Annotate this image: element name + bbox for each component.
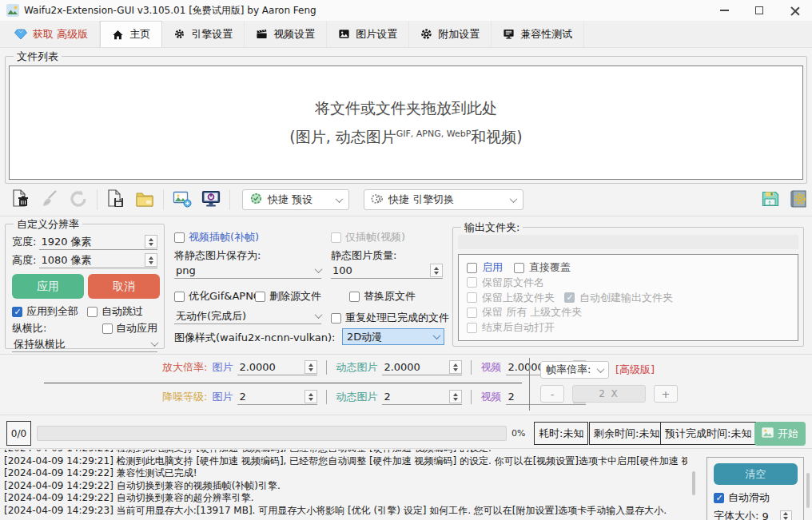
monitor-power-button[interactable] [198, 187, 224, 212]
clear-list-button[interactable] [37, 187, 62, 212]
maximize-button[interactable] [742, 0, 777, 21]
window-scrollbar[interactable] [806, 473, 810, 508]
chevron-down-icon [433, 331, 441, 339]
quick-preset-dropdown[interactable]: 快捷 预设 [242, 189, 349, 210]
spinner-arrows-icon[interactable] [780, 510, 792, 520]
scale-image-spinbox[interactable]: 2.0000 [237, 359, 317, 375]
minimize-button[interactable] [707, 0, 742, 21]
preview-image-button[interactable] [169, 187, 195, 212]
settings-book-button[interactable] [786, 187, 812, 212]
tab-label: 引擎设置 [191, 27, 233, 42]
log-line: [2024-04-09 14:29:22] 自动切换到兼容的超分辨率引擎. [4, 492, 687, 505]
output-path-field[interactable] [458, 235, 798, 249]
enable-output-label: 启用 [482, 260, 503, 275]
chevron-down-icon [510, 195, 518, 203]
replace-original-checkbox[interactable] [349, 292, 360, 302]
framerate-minus-button[interactable]: - [540, 385, 564, 403]
delete-source-checkbox[interactable] [255, 292, 265, 302]
enable-output-checkbox[interactable] [467, 263, 477, 273]
denoise-image-spinbox[interactable]: 2 [237, 389, 317, 405]
remove-file-button[interactable] [8, 187, 34, 212]
tab-engine-settings[interactable]: 引擎设置 [162, 21, 245, 47]
monitor-power-icon [201, 189, 221, 212]
tab-home[interactable]: 主页 [100, 21, 162, 47]
keep-filename-checkbox[interactable] [467, 277, 477, 288]
reprocess-finished-checkbox[interactable] [331, 313, 341, 324]
save-file-list-button[interactable] [103, 187, 129, 212]
tab-get-premium[interactable]: 获取 高级版 [3, 21, 100, 47]
auto-apply-checkbox[interactable] [102, 324, 113, 334]
auto-skip-checkbox[interactable] [87, 307, 98, 317]
toolbar-separator [97, 189, 98, 210]
spinner-arrows-icon[interactable] [430, 264, 443, 277]
save-settings-button[interactable] [758, 187, 783, 212]
image-style-dropdown[interactable]: 2D动漫 [342, 328, 444, 345]
aspect-mode-dropdown[interactable]: 保持纵横比 [12, 336, 157, 352]
scale-gif-spinbox[interactable]: 2.0000 [382, 359, 462, 375]
keep-all-parents-checkbox[interactable] [467, 308, 477, 318]
cancel-resolution-button[interactable]: 取消 [88, 274, 160, 299]
apply-to-all-checkbox[interactable] [12, 307, 22, 317]
apply-resolution-button[interactable]: 应用 [12, 274, 84, 299]
video-interpolation-checkbox[interactable] [174, 232, 185, 243]
quick-engine-switch-dropdown[interactable]: 快捷 引擎切换 [364, 189, 523, 210]
log-scrollbar[interactable] [692, 471, 695, 495]
divider [326, 390, 327, 404]
drop-hint-line2: (图片, 动态图片GIF, APNG, WebP和视频) [289, 127, 523, 148]
spinner-arrows-icon[interactable] [449, 360, 462, 374]
framerate-row: 帧率倍率: [高级版] [540, 361, 655, 379]
separator [44, 383, 522, 383]
spinner-arrows-icon[interactable] [304, 360, 317, 374]
file-count-box: 0/0 [6, 421, 31, 446]
spinner-arrows-icon[interactable] [145, 235, 157, 248]
framerate-multiplier-dropdown[interactable]: 帧率倍率: [540, 361, 609, 379]
denoise-image-label: 图片 [212, 390, 233, 404]
output-enable-row: 启用 直接覆盖 [467, 260, 790, 275]
spinner-arrows-icon[interactable] [145, 253, 157, 267]
optimize-gif-checkbox[interactable] [174, 292, 185, 302]
overwrite-checkbox[interactable] [514, 263, 524, 273]
start-image-icon [762, 427, 774, 440]
framerate-plus-button[interactable]: + [654, 385, 678, 403]
format-panel: 视频插帧(补帧) 仅插帧(视频) 将静态图片保存为: 静态图片质量: png 1… [173, 225, 446, 347]
optimize-gif-row: 优化Gif&APNG [174, 289, 261, 304]
close-button[interactable] [777, 0, 812, 21]
refresh-button[interactable] [66, 187, 91, 212]
replace-original-row: 替换原文件 [349, 289, 416, 304]
spinner-arrows-icon[interactable] [304, 390, 317, 403]
clear-log-button[interactable]: 清空 [714, 463, 798, 485]
autoscroll-row: 自动滑动 [714, 490, 770, 505]
denoise-gif-label: 动态图片 [336, 390, 377, 404]
optimize-gif-label: 优化Gif&APNG [189, 289, 261, 304]
spinner-arrows-icon[interactable] [449, 390, 462, 403]
log-output[interactable]: [2024-04-09 14:29:21] 检测到此电脑支持 [硬件加速 视频编… [4, 450, 687, 520]
autoscroll-checkbox[interactable] [714, 493, 724, 503]
chevron-down-icon [315, 265, 323, 273]
fontsize-label: 字体大小: [714, 509, 758, 520]
aspect-ratio-row: 纵横比: 自动应用 [12, 321, 157, 335]
tab-additional-settings[interactable]: 附加设置 [409, 21, 492, 47]
preset-dropdown-label: 快捷 预设 [268, 193, 312, 207]
auto-create-output-checkbox[interactable] [564, 292, 575, 303]
quality-spinbox[interactable]: 100 [331, 263, 443, 279]
auto-open-checkbox[interactable] [467, 323, 477, 333]
save-as-dropdown[interactable]: png [174, 263, 321, 279]
chevron-down-icon [315, 311, 323, 319]
width-spinbox[interactable]: 1920 像素 [39, 234, 157, 250]
only-interpolation-checkbox[interactable] [331, 232, 341, 243]
height-spinbox[interactable]: 1080 像素 [39, 252, 157, 268]
tab-compatibility-test[interactable]: 兼容性测试 [492, 21, 584, 47]
title-bar: Waifu2x-Extension-GUI v3.105.01 [免费试用版] … [0, 0, 812, 21]
toolbar: 快捷 预设 快捷 引擎切换 [0, 185, 812, 214]
tab-image-settings[interactable]: 图片设置 [327, 21, 409, 47]
start-button[interactable]: 开始 [754, 422, 806, 446]
keep-parent-folder-checkbox[interactable] [467, 292, 477, 303]
height-row: 高度: 1080 像素 [12, 252, 157, 268]
output-options-box: 启用 直接覆盖 保留原文件名 保留上级文件夹 自动创建输出文件夹 保留 所有 上… [458, 254, 798, 341]
fontsize-value[interactable]: 9 [762, 510, 768, 520]
open-folder-button[interactable] [132, 187, 157, 212]
tab-video-settings[interactable]: 视频设置 [245, 21, 327, 47]
file-drop-zone[interactable]: 将文件或文件夹拖放到此处 (图片, 动态图片GIF, APNG, WebP和视频… [9, 65, 803, 180]
denoise-gif-spinbox[interactable]: 2 [382, 389, 462, 405]
post-action-dropdown[interactable]: 无动作(完成后) [174, 308, 321, 324]
